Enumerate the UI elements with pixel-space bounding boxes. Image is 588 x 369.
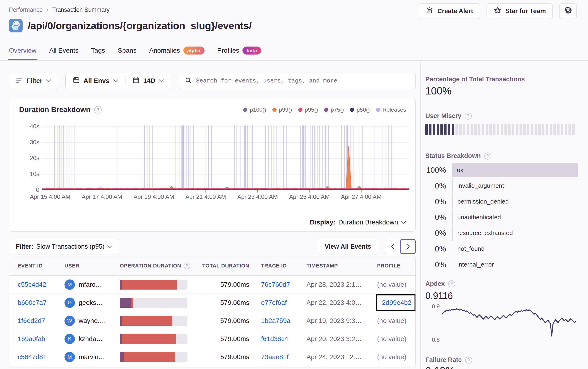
help-icon[interactable]: ? (484, 152, 491, 160)
breadcrumb-performance[interactable]: Performance (9, 6, 42, 13)
legend-item-p75[interactable]: p75() (324, 107, 344, 113)
legend-label: p95() (305, 107, 318, 113)
apdex-ytick-bottom: 0.8 (424, 337, 440, 343)
status-label: internal_error (452, 257, 494, 272)
profile-no-value: (no value) (377, 353, 407, 360)
breadcrumb-current: Transaction Summary (52, 6, 110, 13)
tab-anomalies[interactable]: Anomaliesalpha (149, 47, 205, 61)
y-tick-label: 0 (19, 186, 39, 193)
settings-button[interactable] (559, 3, 577, 19)
event-id-link[interactable]: 1f6ed2d7 (18, 317, 45, 324)
help-icon[interactable]: ? (465, 357, 472, 364)
status-percent: 100% (425, 166, 446, 175)
event-id-link[interactable]: 159a0fab (18, 335, 45, 342)
tab-all-events[interactable]: All Events (49, 47, 79, 60)
misery-tick-empty (553, 124, 556, 135)
column-header-label: OPERATION DURATION (120, 263, 181, 269)
event-id-link[interactable]: b600c7a7 (18, 299, 47, 306)
event-id-cell: 1f6ed2d7 (9, 317, 64, 325)
event-id-cell: c55c4d42 (9, 281, 64, 288)
column-header-label: TIMESTAMP (306, 263, 338, 269)
tab-spans[interactable]: Spans (118, 47, 136, 60)
events-filter-dropdown[interactable]: Filter: Slow Transactions (p95) (9, 239, 119, 254)
apdex-line (441, 309, 576, 336)
previous-page-button[interactable] (385, 239, 401, 254)
misery-tick-empty (565, 124, 567, 135)
x-tick-label: Apr 23 4:00 AM (229, 193, 286, 200)
tab-profiles[interactable]: Profilesbeta (217, 47, 261, 61)
total-duration-cell: 579.00ms (194, 299, 254, 307)
trace-id-link[interactable]: 1b2a759a (261, 317, 291, 324)
misery-tick-empty (535, 124, 537, 135)
misery-tick-empty (497, 124, 499, 135)
status-label: invalid_argument (452, 178, 504, 193)
status-ok-bar: ok (452, 163, 578, 177)
display-selector[interactable]: Display: Duration Breakdown (9, 213, 415, 231)
help-icon[interactable]: ? (184, 262, 190, 269)
next-page-button[interactable] (400, 239, 416, 254)
total-duration-cell: 579.00ms (194, 317, 254, 325)
page-title: /api/0/organizations/{organization_slug}… (28, 20, 252, 31)
user-misery-label: User Misery (425, 112, 461, 120)
tabs-divider (0, 60, 588, 61)
event-id-link[interactable]: c5647d81 (18, 353, 47, 360)
legend-item-p50[interactable]: p50() (350, 107, 370, 113)
table-row: c55c4d42Mmfaro…579.00ms76c760d7Apr 28, 2… (9, 276, 415, 294)
status-label: unauthenticated (452, 210, 501, 225)
status-row-unauthenticated: 0%unauthenticated (425, 209, 578, 225)
search-input[interactable] (196, 78, 410, 84)
avatar: M (64, 279, 75, 290)
misery-tick-empty (568, 124, 571, 135)
date-range-selector[interactable]: 14D (126, 73, 171, 89)
legend-dot (376, 108, 380, 112)
help-icon[interactable]: ? (465, 113, 472, 120)
focus-highlight-box: 2d99e4b2 (376, 294, 416, 311)
status-percent: 0% (425, 229, 446, 238)
status-label: resource_exhausted (452, 226, 513, 241)
calendar-icon (133, 77, 140, 85)
legend-item-p99[interactable]: p99() (272, 107, 292, 113)
python-platform-icon (9, 19, 23, 32)
trace-id-link[interactable]: f61d38c4 (261, 335, 288, 342)
column-header-timestamp: TIMESTAMP (304, 263, 373, 269)
misery-tick-empty (557, 124, 559, 135)
failure-rate-heading: Failure Rate ? (425, 356, 472, 364)
misery-tick-empty (493, 124, 495, 135)
pct-total-heading: Percentage of Total Transactions (425, 76, 525, 83)
profile-link[interactable]: 2d99e4b2 (382, 299, 411, 307)
view-all-events-button[interactable]: View All Events (318, 239, 378, 254)
filter-button[interactable]: Filter (9, 73, 58, 89)
status-row-not_found: 0%not_found (425, 241, 578, 257)
total-duration-cell: 579.00ms (194, 335, 254, 343)
star-for-team-button[interactable]: Star for Team (487, 3, 553, 19)
misery-tick-empty (474, 124, 477, 135)
tab-overview[interactable]: Overview (9, 47, 36, 60)
help-icon[interactable]: ? (448, 280, 455, 288)
trace-id-link[interactable]: e77ef6af (261, 299, 287, 306)
tab-label: Overview (9, 47, 36, 54)
op-seg-red (124, 352, 175, 362)
trace-id-link[interactable]: 76c760d7 (261, 281, 290, 288)
misery-tick-filled (452, 124, 454, 135)
help-icon[interactable]: ? (94, 106, 102, 113)
environment-selector[interactable]: All Envs (66, 73, 125, 89)
legend-item-p95[interactable]: p95() (298, 107, 318, 113)
legend-item-Releases[interactable]: Releases (376, 107, 406, 113)
x-tick-label: Apr 17 4:00 AM (74, 193, 130, 200)
tab-label: Profiles (217, 47, 239, 54)
legend-item-p100[interactable]: p100() (243, 107, 266, 113)
x-tick-label: Apr 19 4:00 AM (126, 193, 182, 200)
event-id-link[interactable]: c55c4d42 (18, 281, 46, 288)
trace-id-link[interactable]: 73aae81f (261, 353, 289, 360)
tab-tags[interactable]: Tags (91, 47, 105, 60)
table-row: 1f6ed2d7Wwayne.…579.00ms1b2a759aApr 19, … (9, 312, 415, 330)
legend-label: Releases (382, 107, 406, 113)
chevron-left-icon (391, 243, 395, 249)
p99-area-series (42, 146, 409, 190)
total-duration-cell: 579.00ms (194, 353, 254, 361)
total-duration-cell: 579.00ms (194, 281, 254, 288)
misery-tick-empty (508, 124, 511, 135)
status-row-permission_denied: 0%permission_denied (425, 194, 578, 209)
apdex-heading: Apdex ? (425, 280, 455, 288)
create-alert-button[interactable]: Create Alert (419, 3, 480, 19)
